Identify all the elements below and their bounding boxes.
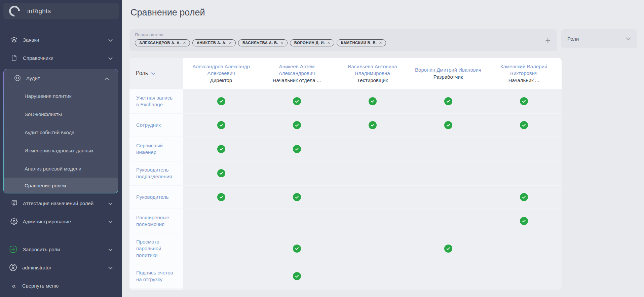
- permission-cell: [335, 114, 410, 137]
- user-chip-label: ВОРОНИН Д. И.: [294, 41, 325, 45]
- table-body: Учетная запись в ExchangeСотрудникСервис…: [129, 89, 562, 288]
- user-chip[interactable]: КАМЕНСКИЙ В. В.×: [337, 39, 386, 46]
- user-chip[interactable]: АЛЕКСАНДРОВ А. А.×: [135, 39, 190, 46]
- check-icon: [369, 121, 377, 129]
- check-icon: [217, 121, 225, 129]
- sidebar-subitem[interactable]: Аудит событий входа: [4, 123, 118, 141]
- certificate-icon: [10, 199, 18, 207]
- sidebar-subitem[interactable]: SoD-конфликты: [4, 105, 118, 123]
- user-name-link[interactable]: Васильева Антонина Владимировна: [339, 63, 406, 77]
- user-name-link[interactable]: Аникеев Артем Александрович: [263, 63, 331, 77]
- permission-cell: [486, 233, 562, 264]
- user-job-title: Директор: [210, 77, 232, 84]
- sidebar-item-request-roles[interactable]: Запросить роли: [0, 240, 122, 258]
- permission-cell: [259, 186, 335, 209]
- user-chip[interactable]: ВАСИЛЬЕВА А. В.×: [238, 39, 288, 46]
- sidebar-item-collapse-menu[interactable]: « Свернуть меню: [0, 276, 122, 295]
- sidebar-subitem[interactable]: Нарушения политик: [4, 87, 118, 105]
- gear-icon: [10, 218, 18, 225]
- table-row: Учетная запись в Exchange: [129, 89, 562, 113]
- sidebar-item-label: Аудит: [26, 75, 40, 81]
- app-logo[interactable]: inRights: [3, 3, 119, 19]
- check-icon: [444, 97, 452, 105]
- permission-cell: [486, 186, 562, 209]
- role-link[interactable]: Руководитель: [129, 186, 183, 209]
- add-user-button[interactable]: +: [545, 36, 551, 45]
- sort-chevron-icon: [151, 70, 155, 76]
- permission-cell: [183, 114, 259, 137]
- sidebar-item-audit[interactable]: Аудит: [4, 69, 118, 87]
- table-header-row: Роль Александров Александр АлексеевичДир…: [129, 58, 562, 89]
- role-link[interactable]: Учетная запись в Exchange: [129, 89, 183, 113]
- permission-cell: [486, 114, 562, 137]
- role-link[interactable]: Руководитель подразделения: [129, 161, 183, 185]
- permission-cell: [486, 137, 562, 161]
- user-chip[interactable]: АНИКЕЕВ А. А.×: [192, 39, 236, 46]
- permission-cell: [335, 209, 410, 233]
- page-title: Сравнение ролей: [130, 7, 637, 18]
- sidebar-item-administration[interactable]: Администрирование: [0, 212, 122, 230]
- permission-cell: [183, 161, 259, 185]
- sidebar-subitem[interactable]: Изменения кадровых данных: [4, 141, 118, 159]
- sidebar-item-account[interactable]: administrator: [0, 258, 122, 276]
- check-icon: [217, 169, 225, 177]
- permission-cell: [335, 264, 410, 288]
- sidebar-item-requests[interactable]: Заявки: [0, 31, 122, 49]
- user-name-link[interactable]: Воронин Дмитрий Иванович: [415, 67, 481, 73]
- sidebar-item-label: Запросить роли: [23, 247, 60, 252]
- user-chips: АЛЕКСАНДРОВ А. А.×АНИКЕЕВ А. А.×ВАСИЛЬЕВ…: [135, 39, 538, 46]
- role-link[interactable]: Сотрудник: [129, 114, 183, 137]
- sidebar-subitem-selected[interactable]: Сравнение ролей: [4, 178, 118, 193]
- permission-cell: [259, 114, 335, 137]
- chip-remove-icon[interactable]: ×: [280, 41, 283, 44]
- chevron-up-icon: [105, 75, 109, 81]
- sidebar-item-label: Аттестация назначений ролей: [23, 200, 93, 206]
- roles-select-label: Роли: [567, 36, 579, 42]
- sidebar-item-attestation[interactable]: Аттестация назначений ролей: [0, 194, 122, 212]
- permission-cell: [259, 89, 335, 113]
- sidebar-item-directories[interactable]: Справочники: [0, 49, 122, 67]
- permission-cell: [410, 209, 486, 233]
- permission-cell: [259, 233, 335, 264]
- user-icon: [9, 263, 17, 272]
- roles-select[interactable]: Роли: [561, 29, 637, 48]
- user-name-link[interactable]: Александров Александр Алексеевич: [187, 63, 255, 77]
- role-column-header-label: Роль: [136, 70, 148, 76]
- permission-cell: [335, 137, 410, 161]
- user-chip[interactable]: ВОРОНИН Д. И.×: [290, 39, 334, 46]
- user-name-link[interactable]: Каменский Валерий Викторович: [490, 63, 558, 77]
- chevron-down-icon: [108, 200, 113, 206]
- role-column-header[interactable]: Роль: [129, 58, 183, 89]
- sidebar-subitem[interactable]: Анализ ролевой модели: [4, 159, 118, 178]
- permission-cell: [410, 114, 486, 137]
- chip-remove-icon[interactable]: ×: [229, 41, 231, 44]
- role-link[interactable]: Расширенные полномочия: [129, 209, 183, 233]
- table-row: Просмотр парольной политики: [129, 233, 562, 264]
- user-column-header: Каменский Валерий ВикторовичНачальник ..…: [486, 58, 562, 89]
- check-icon: [520, 121, 528, 129]
- check-icon: [217, 193, 225, 201]
- role-link[interactable]: Подпись счетов на отгрузку: [129, 264, 183, 288]
- check-icon: [444, 245, 452, 253]
- check-icon: [369, 97, 377, 105]
- table-row: Руководитель: [129, 185, 562, 209]
- check-icon: [293, 121, 301, 129]
- plus-square-icon: [9, 245, 17, 253]
- role-link[interactable]: Просмотр парольной политики: [129, 233, 183, 264]
- chip-remove-icon[interactable]: ×: [327, 41, 330, 44]
- role-link[interactable]: Сервисный инженер: [129, 137, 183, 161]
- permission-cell: [335, 89, 410, 113]
- sidebar-item-label: administrator: [22, 265, 51, 270]
- sidebar-item-label: Справочники: [23, 55, 53, 61]
- check-icon: [520, 217, 528, 225]
- permission-cell: [183, 264, 259, 288]
- check-icon: [293, 193, 301, 201]
- users-filter[interactable]: Пользователи АЛЕКСАНДРОВ А. А.×АНИКЕЕВ А…: [129, 29, 557, 51]
- permission-cell: [335, 186, 410, 209]
- check-icon: [293, 272, 301, 280]
- sidebar-item-label: Администрирование: [23, 219, 71, 224]
- chip-remove-icon[interactable]: ×: [379, 41, 382, 44]
- audit-submenu: Нарушения политикSoD-конфликтыАудит собы…: [4, 87, 118, 193]
- check-icon: [293, 97, 301, 105]
- chip-remove-icon[interactable]: ×: [183, 41, 186, 44]
